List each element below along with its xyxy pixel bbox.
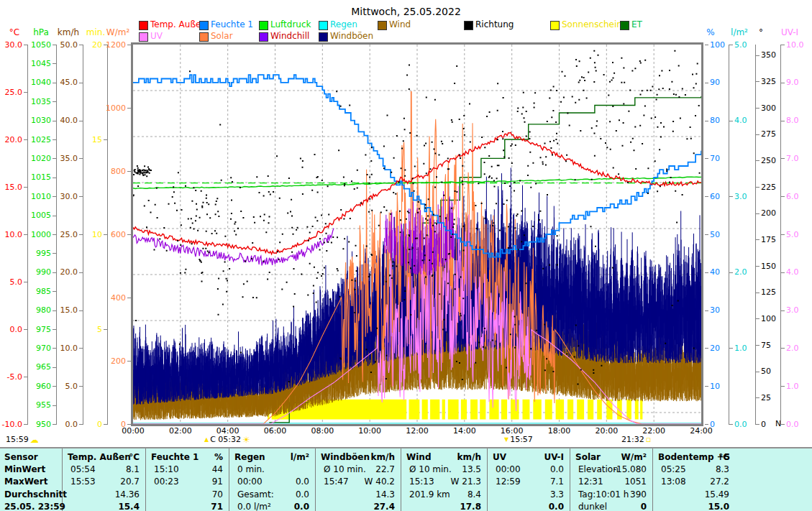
axis-tick xyxy=(756,213,759,214)
table-column-divider xyxy=(401,448,401,511)
axis-tick-label: 4.0 xyxy=(734,116,770,125)
axis-tick xyxy=(781,196,785,197)
axis-tick-label: 45.0 xyxy=(42,78,78,87)
axis-tick-label: 90 xyxy=(710,78,746,87)
table-column-divider xyxy=(652,448,653,511)
legend-swatch-icon xyxy=(550,21,560,30)
axis-tick xyxy=(781,272,785,273)
time-marker-label: C 05:32 xyxy=(210,435,241,444)
table-cell-value: 1051 xyxy=(589,476,647,487)
axis-tick xyxy=(705,158,708,159)
axis-tick xyxy=(79,310,83,311)
axis-tick xyxy=(24,187,27,188)
axis-tick xyxy=(781,348,785,349)
table-cell-value: W 21.3 xyxy=(424,476,481,487)
axis-tick-label: 3.0 xyxy=(786,305,812,315)
table-header-unit: °C xyxy=(672,451,729,463)
x-axis-label: 20:00 xyxy=(589,426,624,436)
legend-swatch-icon xyxy=(139,32,148,42)
x-axis-label: 02:00 xyxy=(163,426,198,436)
axis-tick xyxy=(53,253,56,254)
table-cell-value: 390 xyxy=(589,489,647,500)
axis-tick xyxy=(53,178,56,178)
sun-cloud-icon: ☁ xyxy=(30,435,39,445)
legend-label: Windchill xyxy=(270,31,309,41)
axis-tick-label: 0.0 xyxy=(786,420,812,429)
table-cell-value: 15.49 xyxy=(672,489,729,500)
axis-tick-label: 1.0 xyxy=(786,382,812,391)
axis-tick xyxy=(53,291,56,292)
legend-swatch-icon xyxy=(319,32,328,42)
axis-tick-label: 5.0 xyxy=(42,382,78,391)
table-cell-value: 0.0 xyxy=(506,501,564,511)
weather-dashboard: Mittwoch, 25.05.2022 Temp. AußenFeuchte … xyxy=(0,0,812,511)
table-cell-value: 71 xyxy=(165,501,223,511)
axis-tick xyxy=(781,121,785,121)
axis-tick xyxy=(24,92,27,93)
axis-tick xyxy=(781,158,785,159)
table-header-unit: l/m² xyxy=(252,451,309,463)
table-column-divider xyxy=(315,448,316,511)
table-header-sensor: Sensor xyxy=(4,451,59,463)
axis-tick xyxy=(756,318,759,319)
table-header-name: UV xyxy=(493,451,506,463)
axis-tick xyxy=(781,310,785,311)
table-cell-value: W 40.2 xyxy=(337,476,395,487)
axis-tick xyxy=(781,83,785,83)
axis-tick-label: 50 xyxy=(710,230,746,239)
axis-tick-label: 5.0 xyxy=(0,277,22,287)
table-cell-value: 3.3 xyxy=(506,489,564,500)
table-column-divider xyxy=(229,448,229,511)
table-row-label: Durchschnitt xyxy=(4,489,59,500)
table-cell-value: 0.0 xyxy=(506,464,564,475)
legend-label: Richtung xyxy=(475,19,514,29)
time-marker-label: 21:32 xyxy=(621,435,644,444)
chart-title: Mittwoch, 25.05.2022 xyxy=(0,6,812,17)
axis-tick xyxy=(756,372,759,372)
legend-swatch-icon xyxy=(259,21,268,30)
table-header-unit: UV-I xyxy=(506,451,564,463)
axis-tick xyxy=(79,121,83,121)
axis-tick xyxy=(79,386,83,387)
axis-tick-label: 10.0 xyxy=(42,344,78,353)
table-cell-value: 8.1 xyxy=(82,464,140,475)
axis-tick-label: 5.0 xyxy=(786,230,812,239)
axis-tick xyxy=(705,234,708,235)
x-axis-label: 06:00 xyxy=(258,426,293,436)
axis-unit-label: UV-I xyxy=(772,27,808,37)
axis-tick-label: 1035 xyxy=(15,97,51,106)
axis-tick xyxy=(729,121,733,121)
axis-tick xyxy=(781,45,785,45)
axis-tick-label: 9.0 xyxy=(786,78,812,87)
table-cell-value: 14.3 xyxy=(337,489,395,500)
axis-tick-label: 1015 xyxy=(15,172,51,182)
axis-tick xyxy=(705,272,708,273)
axis-tick xyxy=(79,272,83,273)
time-marker: ▲C 05:32☀ xyxy=(204,434,250,445)
x-axis-label: 12:00 xyxy=(400,426,434,436)
axis-tick xyxy=(53,139,56,140)
axis-tick xyxy=(705,121,708,121)
axis-line xyxy=(755,45,756,425)
summary-table: SensorMinWertMaxWertDurchschnitt25.05. 2… xyxy=(0,447,812,511)
axis-tick xyxy=(705,45,708,45)
table-cell-value: 27.4 xyxy=(337,501,395,511)
legend-label: Luftdruck xyxy=(270,19,311,29)
axis-tick-label: 25 xyxy=(761,393,797,402)
table-cell-value: 7.1 xyxy=(506,476,564,487)
axis-tick xyxy=(756,81,759,82)
axis-tick xyxy=(756,345,759,346)
chart-plot xyxy=(133,45,701,424)
x-axis-label: 10:00 xyxy=(352,426,387,436)
arrow-up-icon: ▲ xyxy=(204,436,209,443)
axis-tick xyxy=(24,377,27,377)
table-cell-value: 0.0 xyxy=(252,489,309,500)
x-axis-label: 14:00 xyxy=(447,426,482,436)
table-cell-value: 0 xyxy=(589,501,647,511)
time-marker: ▼15:57 xyxy=(504,434,533,445)
axis-tick xyxy=(756,293,759,293)
axis-tick xyxy=(729,45,733,45)
axis-tick xyxy=(756,266,759,267)
table-cell-value: 8.3 xyxy=(672,464,729,475)
time-marker-label: 15:59 xyxy=(6,435,29,444)
